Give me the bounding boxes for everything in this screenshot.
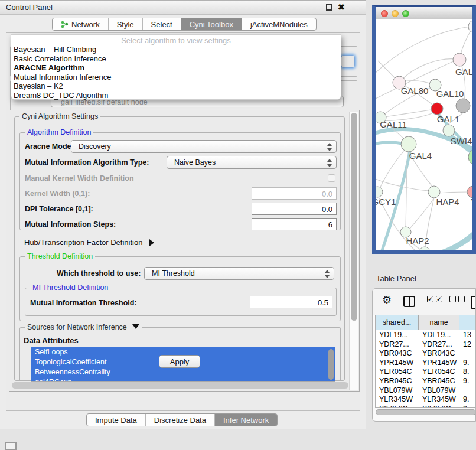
aracne-mode-combobox[interactable]: Discovery	[71, 140, 337, 153]
zoom-traffic-light-icon[interactable]	[402, 10, 409, 17]
tab-cyni-toolbox[interactable]: Cyni Toolbox	[181, 18, 242, 30]
table-cell: 12	[459, 340, 476, 349]
network-node-gal1[interactable]	[431, 103, 443, 115]
expand-right-icon[interactable]	[149, 239, 154, 246]
which-threshold-combobox[interactable]: MI Threshold	[144, 267, 334, 280]
network-node-gcy1[interactable]	[376, 187, 383, 197]
node-label: HAP4	[436, 197, 459, 207]
table-cell: YBR045C	[419, 376, 459, 386]
table-cell: 8.	[459, 367, 476, 376]
network-node[interactable]	[468, 20, 472, 33]
network-node-gal4[interactable]	[401, 136, 416, 152]
close-icon[interactable]: ✖	[338, 2, 345, 12]
algorithm-option[interactable]: Mutual Information Inference	[11, 73, 341, 82]
table-cell: YBL079W	[376, 386, 419, 395]
node-label: Y	[471, 197, 472, 207]
dpi-tolerance-field[interactable]	[252, 203, 337, 215]
tab-impute-data[interactable]: Impute Data	[87, 414, 146, 426]
aracne-mode-value: Discovery	[79, 142, 111, 151]
table-row[interactable]: YDR27...YDR27...12	[376, 340, 476, 349]
mi-steps-field[interactable]	[252, 218, 337, 230]
kernel-width-field[interactable]	[252, 187, 337, 200]
algorithm-list: Bayesian – Hill ClimbingBasic Correlatio…	[11, 45, 341, 100]
control-panel-window: Control Panel ✖ NetworkStyleSelectCyni T…	[0, 0, 366, 429]
algorithm-option[interactable]: Basic Correlation Inference	[11, 54, 341, 64]
split-columns-icon[interactable]	[403, 296, 415, 307]
table-row[interactable]: YLR345WYLR345W9.	[376, 394, 476, 404]
table-row[interactable]: YPR145WYPR145W9.	[376, 358, 476, 367]
settings-scrollpane: Cyni Algorithm Settings Algorithm Defini…	[9, 110, 360, 392]
table-horizontal-scrollbar[interactable]	[376, 409, 476, 415]
network-node-hap4[interactable]	[428, 186, 440, 198]
table-row[interactable]: YBL079WYBL079W	[376, 386, 476, 395]
collapse-down-icon[interactable]	[132, 324, 139, 329]
minimized-panel-icon[interactable]	[5, 442, 17, 450]
network-edge[interactable]	[380, 151, 404, 188]
combo-arrows-icon	[327, 159, 332, 167]
algorithm-option[interactable]: Bayesian – K2	[11, 81, 341, 91]
table-cell: YPR145W	[376, 358, 419, 367]
node-label: GAL4	[409, 151, 432, 161]
table-cell: YBR043C	[376, 348, 419, 358]
table-cell: 13	[459, 330, 476, 340]
close-traffic-light-icon[interactable]	[381, 10, 388, 17]
network-edge[interactable]	[428, 232, 472, 250]
table-row[interactable]: YER054CYER054C8.	[376, 367, 476, 376]
data-attribute-item[interactable]: gal4RGexp	[31, 377, 335, 382]
control-panel-tabbar: NetworkStyleSelectCyni ToolboxjActiveMNo…	[52, 18, 317, 31]
tab-jactivemnodules[interactable]: jActiveMNodules	[242, 18, 316, 30]
mi-steps-label: Mutual Information Steps:	[25, 220, 116, 229]
node-label: GAL1	[437, 114, 459, 124]
hub-definition-expander[interactable]: Hub/Transcription Factor Definition	[24, 238, 154, 247]
network-node-swi4[interactable]	[443, 125, 455, 136]
settings-horizontal-scrollbar[interactable]	[12, 382, 348, 389]
table-row[interactable]: YBR045CYBR045C9.	[376, 376, 476, 386]
tab-discretize-data[interactable]: Discretize Data	[146, 414, 215, 426]
gear-icon[interactable]: ⚙	[382, 294, 392, 306]
dpi-tolerance-label: DPI Tolerance [0,1]:	[25, 205, 93, 213]
algorithm-option[interactable]: ARACNE Algorithm	[11, 63, 341, 73]
network-canvas[interactable]: GALGAL80GAL10GAL1GAL11SWI4GAL4GCY1HAP4YH…	[376, 19, 472, 250]
network-node[interactable]	[456, 99, 470, 113]
network-window-titlebar[interactable]	[376, 7, 472, 19]
apply-button[interactable]: Apply	[159, 355, 200, 368]
table-toolbar: ⚙ ✓✓	[373, 289, 475, 315]
network-node-y[interactable]	[467, 186, 472, 198]
network-node[interactable]	[419, 247, 430, 250]
settings-vertical-scrollbar[interactable]	[349, 112, 358, 390]
mi-threshold-field[interactable]	[250, 296, 332, 308]
unchecked-boxes-icon[interactable]	[449, 296, 465, 302]
sources-title[interactable]: Sources for Network Inference	[25, 323, 142, 331]
network-edge[interactable]	[439, 192, 468, 193]
list-scrollbar[interactable]	[328, 349, 334, 380]
tab-network[interactable]: Network	[53, 18, 109, 30]
tab-select[interactable]: Select	[143, 18, 181, 30]
algorithm-option[interactable]: Dream8 DC_TDC Algorithm	[11, 91, 341, 100]
column-header[interactable]: name	[419, 315, 459, 330]
algorithm-combobox-focused-fragment[interactable]	[341, 55, 355, 68]
control-panel-titlebar[interactable]: Control Panel ✖	[0, 1, 366, 15]
column-header[interactable]	[459, 315, 476, 330]
manual-kernel-checkbox[interactable]	[328, 174, 335, 182]
mi-type-combobox[interactable]: Naive Bayes	[167, 156, 337, 169]
float-window-icon[interactable]	[326, 4, 332, 11]
minimize-traffic-light-icon[interactable]	[392, 10, 399, 17]
network-node-gal[interactable]	[453, 53, 466, 66]
checked-boxes-icon[interactable]: ✓✓	[427, 296, 442, 302]
tab-style[interactable]: Style	[109, 18, 143, 30]
aracne-mode-label: Aracne Mode:	[25, 142, 74, 151]
page-icon[interactable]	[471, 296, 476, 309]
column-header[interactable]: shared...	[376, 315, 419, 330]
table-row[interactable]: YDL19...YDL19...13	[376, 330, 476, 340]
algorithm-placeholder: Select algorithm to view settings	[11, 35, 341, 45]
tab-infer-network[interactable]: Infer Network	[215, 414, 277, 426]
algorithm-option[interactable]: Bayesian – Hill Climbing	[11, 45, 341, 54]
table-row[interactable]: YBR043CYBR043C	[376, 348, 476, 358]
scrollbar-thumb[interactable]	[351, 113, 357, 321]
network-view-window: GALGAL80GAL10GAL1GAL11SWI4GAL4GCY1HAP4YH…	[372, 5, 476, 254]
data-attribute-item[interactable]: BetweennessCentrality	[31, 367, 335, 377]
network-edge[interactable]	[380, 109, 435, 118]
table-cell: YPR145W	[419, 358, 459, 367]
table-row[interactable]: YIL052CYIL052C9.	[376, 404, 476, 408]
network-edge[interactable]	[460, 28, 472, 56]
